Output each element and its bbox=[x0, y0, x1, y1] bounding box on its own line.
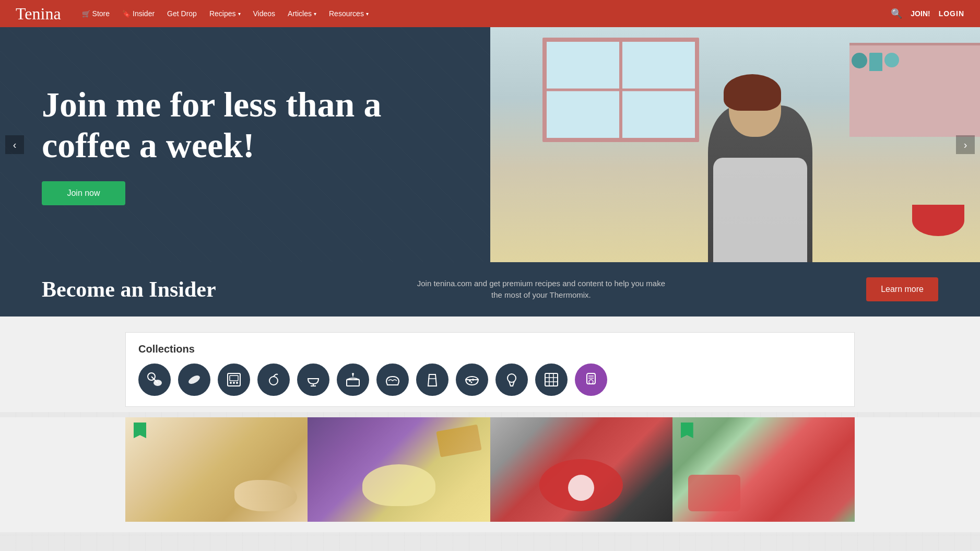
food-card-1[interactable] bbox=[125, 417, 308, 522]
collections-wrapper: Collections bbox=[0, 316, 980, 412]
search-icon[interactable]: 🔍 bbox=[891, 8, 902, 19]
hero-section: ‹ Join me for less than a coffee a week!… bbox=[0, 27, 980, 262]
insider-description: Join tenina.com and get premium recipes … bbox=[410, 278, 671, 301]
collection-cake[interactable] bbox=[337, 364, 369, 396]
collection-candy[interactable] bbox=[257, 364, 290, 396]
svg-rect-22 bbox=[545, 373, 558, 386]
collections-icons bbox=[138, 364, 842, 396]
svg-point-20 bbox=[507, 374, 516, 382]
collection-bowl[interactable] bbox=[297, 364, 329, 396]
food-cards bbox=[125, 417, 855, 522]
hero-right-panel bbox=[490, 27, 981, 262]
svg-point-7 bbox=[233, 382, 235, 384]
svg-rect-27 bbox=[587, 373, 595, 384]
nav-store[interactable]: 🛒 Store bbox=[77, 6, 115, 21]
hero-left-panel: Join me for less than a coffee a week! J… bbox=[0, 27, 490, 262]
navbar: Tenina 🛒 Store 🔖 Insider Get Drop Recipe… bbox=[0, 0, 980, 27]
chevron-down-icon: ▾ bbox=[366, 11, 369, 17]
nav-videos[interactable]: Videos bbox=[248, 6, 281, 21]
nav-articles[interactable]: Articles ▾ bbox=[282, 6, 322, 21]
join-button[interactable]: JOIN! bbox=[911, 9, 930, 18]
nav-recipes[interactable]: Recipes ▾ bbox=[204, 6, 246, 21]
hero-image bbox=[490, 27, 981, 262]
svg-rect-5 bbox=[230, 376, 238, 381]
kitchen-window bbox=[542, 38, 699, 142]
svg-point-17 bbox=[469, 380, 471, 382]
nav-resources[interactable]: Resources ▾ bbox=[324, 6, 374, 21]
nav-right: 🔍 JOIN! LOGIN bbox=[891, 8, 964, 19]
svg-point-8 bbox=[236, 382, 238, 384]
food-card-4[interactable] bbox=[672, 417, 855, 522]
collection-thermomix[interactable] bbox=[575, 364, 607, 396]
chevron-down-icon: ▾ bbox=[314, 11, 316, 17]
insider-band: Become an Insider Join tenina.com and ge… bbox=[0, 262, 980, 316]
food-cards-wrapper bbox=[0, 417, 980, 532]
svg-point-9 bbox=[269, 377, 278, 385]
collection-salad[interactable] bbox=[456, 364, 488, 396]
food-image-soup bbox=[308, 417, 490, 522]
hero-prev-button[interactable]: ‹ bbox=[5, 135, 24, 154]
brand-logo[interactable]: Tenina bbox=[16, 4, 61, 24]
bookmark-icon: 🔖 bbox=[122, 10, 131, 18]
collection-waffle[interactable] bbox=[535, 364, 568, 396]
collection-icecream[interactable] bbox=[495, 364, 528, 396]
collection-oven[interactable] bbox=[218, 364, 250, 396]
nav-insider[interactable]: 🔖 Insider bbox=[117, 6, 160, 21]
learn-more-button[interactable]: Learn more bbox=[866, 277, 938, 301]
collections-section: Collections bbox=[125, 332, 855, 407]
collection-sausage[interactable] bbox=[178, 364, 210, 396]
collection-meat[interactable] bbox=[138, 364, 171, 396]
food-image-strawberry bbox=[672, 417, 855, 522]
collection-bread[interactable] bbox=[376, 364, 409, 396]
bowl-decoration bbox=[912, 205, 964, 247]
hero-join-button[interactable]: Join now bbox=[42, 181, 125, 205]
svg-point-6 bbox=[230, 382, 232, 384]
person-figure bbox=[698, 74, 823, 262]
hero-next-button[interactable]: › bbox=[956, 135, 975, 154]
collection-drink[interactable] bbox=[416, 364, 448, 396]
insider-title: Become an Insider bbox=[42, 277, 216, 302]
food-card-3[interactable] bbox=[490, 417, 672, 522]
svg-point-15 bbox=[352, 373, 354, 375]
hero-headline: Join me for less than a coffee a week! bbox=[42, 84, 448, 166]
svg-rect-13 bbox=[347, 380, 359, 386]
food-card-2[interactable] bbox=[308, 417, 490, 522]
kitchen-shelf bbox=[849, 43, 980, 137]
chevron-down-icon: ▾ bbox=[238, 11, 241, 17]
svg-point-19 bbox=[471, 382, 473, 383]
cart-icon: 🛒 bbox=[82, 10, 90, 18]
svg-point-18 bbox=[472, 379, 474, 381]
collections-title: Collections bbox=[138, 343, 842, 355]
svg-point-28 bbox=[589, 380, 593, 384]
food-image-pan bbox=[490, 417, 672, 522]
svg-point-3 bbox=[187, 374, 202, 385]
login-button[interactable]: LOGIN bbox=[939, 9, 964, 18]
main-content: ‹ Join me for less than a coffee a week!… bbox=[0, 27, 980, 532]
nav-getdrop[interactable]: Get Drop bbox=[162, 6, 202, 21]
nav-links: 🛒 Store 🔖 Insider Get Drop Recipes ▾ Vid… bbox=[77, 6, 891, 21]
food-image-bread bbox=[125, 417, 308, 522]
